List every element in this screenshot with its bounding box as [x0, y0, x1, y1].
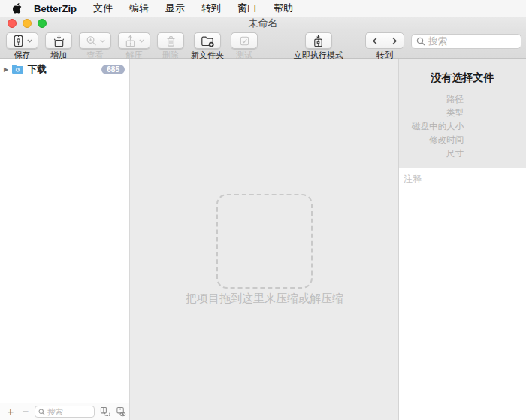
delete-button[interactable]: 删除	[157, 32, 184, 61]
trash-icon	[165, 35, 177, 47]
menu-app-name[interactable]: BetterZip	[34, 3, 77, 14]
flatten-view-icon[interactable]	[100, 406, 110, 417]
back-button[interactable]	[365, 32, 385, 49]
sidebar-search[interactable]	[35, 406, 95, 418]
menu-item-file[interactable]: 文件	[93, 2, 113, 15]
toolbar-search[interactable]	[411, 34, 521, 49]
inspector-panel: 没有选择文件 路径 类型 磁盘中的大小 修改时间 尺寸 注释	[398, 59, 526, 420]
new-folder-icon	[201, 35, 215, 47]
window-title: 未命名	[0, 17, 526, 30]
sidebar-bottom-bar: + −	[0, 403, 129, 420]
disclosure-triangle-icon[interactable]: ▶	[4, 66, 11, 73]
comments-placeholder: 注释	[404, 174, 422, 184]
immediate-mode-button[interactable]: 立即执行模式	[294, 32, 343, 61]
goto-control: 转到	[365, 32, 404, 61]
sidebar-search-input[interactable]	[47, 407, 91, 416]
item-count-badge: 685	[101, 65, 125, 74]
title-bar: 未命名	[0, 17, 526, 30]
drop-caption: 把项目拖到这里来压缩或解压缩	[131, 292, 398, 306]
field-label-path: 路径	[399, 92, 464, 106]
add-button[interactable]: 增加	[45, 32, 72, 61]
chevron-down-icon	[139, 39, 144, 43]
test-button[interactable]: 测试	[231, 32, 258, 61]
new-folder-button[interactable]: 新文件夹	[191, 32, 224, 61]
field-label-size-on-disk: 磁盘中的大小	[399, 119, 464, 133]
field-label-modified: 修改时间	[399, 133, 464, 147]
archive-drop-area[interactable]: 把项目拖到这里来压缩或解压缩	[131, 59, 398, 420]
preview-eye-icon[interactable]	[116, 406, 126, 417]
menu-item-edit[interactable]: 编辑	[129, 2, 149, 15]
extract-button[interactable]: 解压	[118, 32, 150, 61]
zip-archive-icon	[12, 35, 25, 47]
menu-item-help[interactable]: 帮助	[274, 2, 293, 15]
add-to-archive-icon	[53, 35, 65, 47]
search-icon	[416, 37, 425, 46]
menu-item-view[interactable]: 显示	[165, 2, 185, 15]
toolbar: 保存 增加	[0, 30, 526, 59]
chevron-down-icon	[100, 39, 105, 43]
download-folder-icon	[11, 64, 24, 74]
drop-zone[interactable]	[216, 194, 313, 289]
search-input[interactable]	[428, 36, 516, 47]
window-content: ▶ 下载 685 + −	[0, 59, 526, 420]
forward-button[interactable]	[385, 32, 404, 49]
inspector-title: 没有选择文件	[399, 71, 526, 85]
save-button[interactable]: 保存	[6, 32, 38, 61]
extract-archive-icon	[124, 35, 137, 47]
view-button[interactable]: 查看	[79, 32, 111, 61]
sidebar-item-downloads[interactable]: ▶ 下载 685	[0, 61, 129, 77]
sidebar-item-label: 下载	[28, 63, 101, 76]
file-info-section: 没有选择文件 路径 类型 磁盘中的大小 修改时间 尺寸	[398, 59, 526, 168]
field-label-type: 类型	[399, 106, 464, 119]
apple-icon[interactable]	[12, 3, 22, 14]
inspector-fields: 路径 类型 磁盘中的大小 修改时间 尺寸	[399, 92, 526, 160]
sidebar: ▶ 下载 685 + −	[0, 59, 130, 420]
field-label-dimensions: 尺寸	[399, 147, 464, 160]
menu-item-go[interactable]: 转到	[201, 2, 221, 15]
search-icon	[38, 409, 45, 415]
chevron-down-icon	[27, 39, 32, 43]
remove-archive-button[interactable]: −	[20, 406, 32, 417]
magnifier-document-icon	[85, 35, 98, 47]
checkbox-icon	[238, 35, 251, 47]
immediate-mode-icon	[312, 35, 325, 47]
menu-bar: BetterZip 文件 编辑 显示 转到 窗口 帮助	[0, 0, 526, 17]
menu-item-window[interactable]: 窗口	[237, 2, 257, 15]
add-archive-button[interactable]: +	[5, 406, 17, 417]
comments-area[interactable]: 注释	[398, 168, 526, 420]
